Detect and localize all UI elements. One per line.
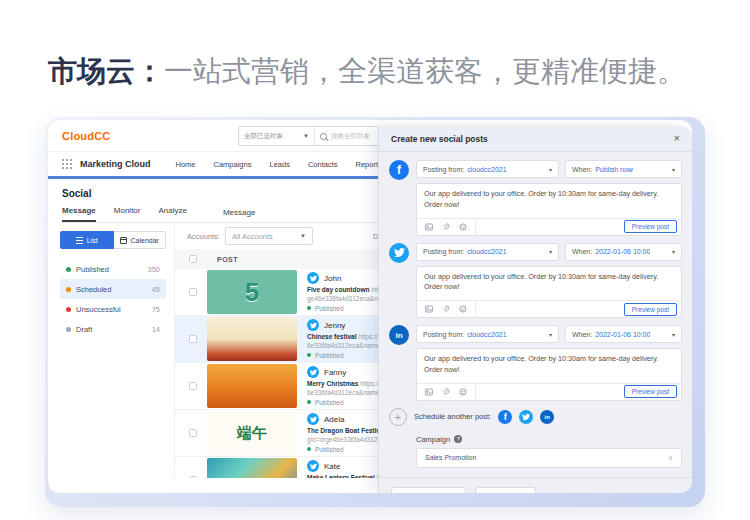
image-icon[interactable] [425,305,433,313]
post-section: f Posting from: cloudcc2021 ▾ When: Publ… [389,160,682,236]
status-dot [307,306,311,310]
subtab-analyze[interactable]: Analyze [158,206,186,222]
row-checkbox[interactable] [189,476,197,478]
accounts-select[interactable]: All Accounts ▼ [225,227,313,245]
global-search[interactable]: 全部已选对象 ▼ 搜索全部对象 [238,126,380,146]
schedule-post-button[interactable]: Schedule post (0) [391,487,466,493]
emoji-icon[interactable] [459,388,467,396]
status-dot [307,447,311,451]
filter-count: 45 [152,285,160,294]
filter-scheduled[interactable]: Scheduled45 [60,279,166,299]
preview-post-button[interactable]: Preview post [624,220,677,233]
when-value: 2022-01-06 10:00 [595,331,650,338]
calendar-view-button[interactable]: Calendar [114,231,167,249]
when-value: Publish now [595,166,633,173]
post-status: Published [315,305,344,312]
attachment-icon[interactable] [442,305,450,313]
image-icon[interactable] [425,388,433,396]
status-dot [66,327,71,332]
view-toggle: List Calendar [60,231,166,249]
linkedin-icon: in [389,325,409,345]
row-checkbox[interactable] [189,382,197,390]
filter-count: 350 [147,265,160,274]
subtab-message[interactable]: Message [62,206,96,222]
nav-tab-leads[interactable]: Leads [260,155,298,174]
close-icon[interactable]: × [674,133,680,144]
campaign-label: Campaign [416,435,450,444]
row-checkbox[interactable] [189,335,197,343]
list-view-button[interactable]: List [60,231,114,249]
post-thumbnail: 端午 [207,411,297,455]
message-toolbar: Preview post [417,383,681,400]
headline-prefix: 市场云： [48,55,164,87]
when-select[interactable]: When: 2022-01-06 10:00 ▾ [565,243,682,261]
attachment-icon[interactable] [442,388,450,396]
post-title: The Dragon Boat Festival [307,427,385,434]
image-icon[interactable] [425,223,433,231]
post-author: Kate [324,462,340,471]
preview-post-button[interactable]: Preview post [624,385,677,398]
preview-post-button[interactable]: Preview post [624,303,677,316]
calendar-icon [120,237,127,244]
filter-label: Scheduled [76,285,111,294]
linkedin-icon[interactable]: in [540,410,554,424]
message-textarea[interactable]: Our app delivered to your office. Order … [417,349,681,383]
post-column-header: POST [217,256,238,263]
nav-tab-campaigns[interactable]: Campaigns [205,155,261,174]
message-textarea[interactable]: Our app delivered to your office. Order … [417,184,681,218]
subtab-monitor[interactable]: Monitor [114,206,141,222]
twitter-icon[interactable] [519,410,533,424]
status-dot [66,307,71,312]
nav-tab-contacts[interactable]: Contacts [299,155,347,174]
chevron-down-icon: ▾ [549,331,552,338]
message-toolbar: Preview post [417,300,681,317]
when-select[interactable]: When: 2022-01-06 10:00 ▾ [565,325,682,343]
when-select[interactable]: When: Publish now ▾ [565,160,682,178]
search-input[interactable]: 搜索全部对象 [315,132,379,141]
posting-from-select[interactable]: Posting from: cloudcc2021 ▾ [416,325,559,343]
post-title: Five day countdown [307,286,369,293]
select-all-checkbox[interactable] [189,255,197,263]
list-view-label: List [87,237,98,244]
emoji-icon[interactable] [459,223,467,231]
chevron-down-icon: ∨ [668,454,673,462]
filter-published[interactable]: Published350 [60,259,166,279]
chevron-down-icon: ▾ [672,331,675,338]
post-status: Published [315,352,344,359]
add-post-icon[interactable]: + [389,408,407,426]
post-thumbnail [207,317,297,361]
app-launcher-icon[interactable] [62,159,72,169]
social-sidebar: List Calendar Published350Scheduled45Uns… [48,223,174,478]
save-as-draft-button[interactable]: Save as draft [475,487,536,493]
posting-from-value: cloudcc2021 [467,166,506,173]
nav-tab-home[interactable]: Home [167,155,205,174]
status-filters: Published350Scheduled45Unsuccessful75Dra… [60,259,166,339]
create-social-posts-dialog: Create new social posts × f Posting from… [378,126,692,493]
subtab-extra-label[interactable]: Message [223,208,255,222]
twitter-icon [307,272,319,284]
message-box: Our app delivered to your office. Order … [416,266,682,319]
filter-unsuccessful[interactable]: Unsuccessful75 [60,299,166,319]
row-checkbox[interactable] [189,288,197,296]
posting-from-select[interactable]: Posting from: cloudcc2021 ▾ [416,160,559,178]
dialog-footer: Schedule post (0) Save as draft [389,478,682,493]
search-scope-dropdown[interactable]: 全部已选对象 ▼ [239,127,315,145]
page: 市场云：一站式营销，全渠道获客，更精准便捷。 CloudCC 全部已选对象 ▼ … [0,0,750,520]
accounts-value: All Accounts [232,232,300,241]
twitter-icon [307,319,319,331]
filter-label: Draft [76,325,92,334]
filter-count: 75 [152,305,160,314]
campaign-select[interactable]: Sales Promotion ∨ [416,448,682,468]
info-icon: ? [454,435,462,443]
row-checkbox[interactable] [189,429,197,437]
app-name: Marketing Cloud [80,159,151,169]
posting-from-select[interactable]: Posting from: cloudcc2021 ▾ [416,243,559,261]
emoji-icon[interactable] [459,305,467,313]
filter-draft[interactable]: Draft14 [60,319,166,339]
facebook-icon[interactable]: f [498,410,512,424]
post-thumbnail [207,364,297,408]
post-title: Merry Christmas [307,380,358,387]
facebook-icon: f [389,160,409,180]
attachment-icon[interactable] [442,223,450,231]
message-textarea[interactable]: Our app delivered to your office. Order … [417,267,681,301]
